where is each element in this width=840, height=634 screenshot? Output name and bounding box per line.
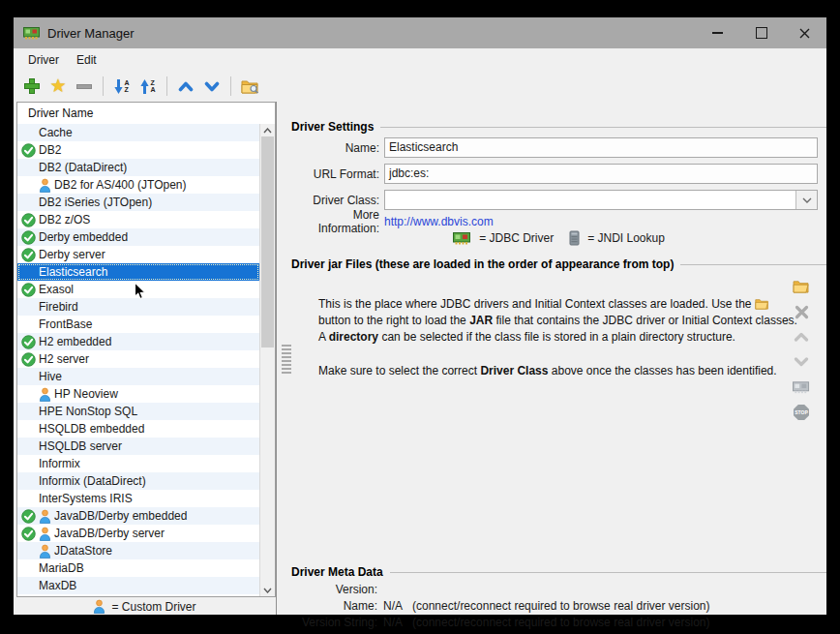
- driver-class-combobox[interactable]: [384, 190, 818, 210]
- driver-list-row[interactable]: FrontBase: [17, 316, 259, 333]
- driver-list-row[interactable]: HPE NonStop SQL: [17, 403, 259, 420]
- driver-list-row[interactable]: DB2 z/OS: [17, 211, 259, 228]
- sort-ascending-button[interactable]: AZ: [111, 75, 133, 97]
- driver-name-label: MariaDB: [39, 561, 84, 575]
- driver-list-row[interactable]: HSQLDB embedded: [17, 420, 259, 438]
- driver-list-row[interactable]: H2 embedded: [17, 333, 259, 350]
- driver-list-row[interactable]: Derby server: [17, 246, 259, 263]
- url-format-label: URL Format:: [291, 167, 379, 181]
- move-up-button[interactable]: [175, 75, 196, 97]
- split-divider-grip[interactable]: [282, 345, 291, 374]
- driver-ready-check-icon: [21, 283, 36, 297]
- driver-list-row[interactable]: Hive: [17, 368, 259, 385]
- split-divider[interactable]: [276, 102, 277, 615]
- jdbc-legend-text: = JDBC Driver: [479, 231, 554, 245]
- remove-jar-button[interactable]: [793, 303, 810, 320]
- title-bar[interactable]: Driver Manager: [14, 17, 826, 48]
- driver-list-row[interactable]: DB2 iSeries (JTOpen): [17, 194, 259, 211]
- driver-list-row[interactable]: Derby embedded: [17, 228, 259, 246]
- find-driver-files-button[interactable]: [239, 75, 260, 97]
- stop-button[interactable]: STOP: [793, 404, 810, 421]
- driver-list-row[interactable]: JDataStore: [17, 542, 259, 559]
- chevron-down-icon: [204, 81, 220, 92]
- chevron-up-icon: [794, 332, 809, 342]
- custom-driver-icon: [39, 387, 51, 402]
- meta-version-string-row: Version String: N/A (connect/reconnect r…: [291, 615, 710, 630]
- driver-list-row[interactable]: Informix (DataDirect): [17, 472, 259, 490]
- check-slot: [21, 509, 39, 524]
- driver-list-row[interactable]: Elasticsearch: [17, 263, 259, 281]
- custom-driver-icon: [39, 178, 51, 193]
- driver-name-label: JavaDB/Derby server: [54, 527, 165, 540]
- toolbar-separator: [103, 76, 104, 96]
- section-title: Driver Settings: [291, 120, 374, 134]
- remove-driver-button[interactable]: [74, 75, 95, 97]
- close-button[interactable]: [783, 17, 826, 48]
- driver-card-gray-icon: [793, 380, 810, 394]
- create-from-template-button[interactable]: ★: [47, 75, 69, 97]
- move-down-button[interactable]: [201, 75, 223, 97]
- driver-list-row[interactable]: DB2: [17, 141, 259, 159]
- driver-ready-check-icon: [21, 335, 36, 349]
- vertical-scrollbar[interactable]: [259, 124, 275, 596]
- driver-list-header[interactable]: Driver Name: [17, 103, 275, 125]
- scrollbar-thumb[interactable]: [261, 136, 274, 347]
- driver-list-row[interactable]: HP Neoview: [17, 385, 259, 403]
- jdbc-driver-icon: [453, 231, 471, 245]
- driver-list-row[interactable]: MaxDB: [17, 577, 259, 594]
- driver-name-label: Derby server: [39, 248, 105, 261]
- menu-driver[interactable]: Driver: [19, 50, 68, 70]
- move-jar-up-button[interactable]: [793, 328, 810, 346]
- driver-name-label: DB2 (DataDirect): [39, 161, 127, 174]
- folder-icon: [755, 298, 769, 310]
- scroll-down-button[interactable]: [260, 584, 275, 596]
- driver-list-row[interactable]: InterSystems IRIS: [17, 490, 259, 507]
- driver-list-row[interactable]: Cache: [17, 124, 259, 141]
- stop-icon: STOP: [794, 405, 809, 420]
- driver-name-label: HPE NonStop SQL: [39, 405, 137, 418]
- combo-dropdown-button[interactable]: [795, 191, 817, 209]
- custom-driver-legend: = Custom Driver: [14, 598, 276, 615]
- sort-descending-button[interactable]: ZA: [137, 75, 159, 97]
- driver-list-row[interactable]: JavaDB/Derby server: [17, 525, 259, 542]
- maximize-button[interactable]: [739, 17, 783, 48]
- driver-name-label: Elasticsearch: [39, 265, 107, 279]
- driver-list-rows: Cache DB2 DB2 (DataDirect) DB2 for AS/40…: [17, 124, 259, 596]
- move-jar-down-button[interactable]: [793, 353, 810, 371]
- driver-list-row[interactable]: JavaDB/Derby embedded: [17, 507, 259, 525]
- driver-name-label: Informix (DataDirect): [39, 474, 146, 488]
- driver-list-row[interactable]: HSQLDB server: [17, 438, 259, 455]
- driver-details-panel: Driver Settings Name: Elasticsearch URL …: [291, 120, 826, 632]
- add-driver-button[interactable]: [21, 75, 43, 97]
- jar-files-toolbar: STOP: [793, 278, 810, 421]
- driver-class-row: Driver Class:: [291, 190, 818, 210]
- driver-list-row[interactable]: MariaDB: [17, 559, 259, 577]
- star-icon: ★: [49, 78, 66, 94]
- maximize-icon: [756, 27, 767, 39]
- driver-list-row[interactable]: DB2 (DataDirect): [17, 159, 259, 176]
- driver-class-label: Driver Class:: [291, 194, 379, 207]
- close-icon: [799, 28, 810, 39]
- custom-driver-icon: [39, 544, 51, 559]
- check-slot: [21, 213, 39, 227]
- name-input[interactable]: Elasticsearch: [384, 137, 818, 158]
- section-title: Driver Meta Data: [291, 565, 383, 579]
- url-format-input[interactable]: jdbc:es:: [384, 164, 818, 184]
- driver-list-row[interactable]: DB2 for AS/400 (JTOpen): [17, 176, 259, 194]
- dbvis-link[interactable]: http://www.dbvis.com: [384, 215, 494, 228]
- menu-edit[interactable]: Edit: [68, 50, 105, 70]
- close-x-icon: [795, 305, 809, 319]
- url-format-row: URL Format: jdbc:es:: [291, 164, 818, 184]
- driver-list-row[interactable]: H2 server: [17, 350, 259, 368]
- open-jar-button[interactable]: [793, 278, 810, 295]
- toolbar-separator: [230, 76, 231, 96]
- driver-name-label: HSQLDB server: [39, 439, 122, 453]
- find-driver-class-button[interactable]: [793, 378, 810, 396]
- driver-jar-files-section: Driver jar Files (these are loaded in th…: [291, 257, 826, 271]
- scroll-up-button[interactable]: [260, 124, 275, 136]
- sort-za-icon: ZA: [140, 78, 155, 95]
- driver-card-icon: [23, 27, 40, 40]
- driver-ready-check-icon: [21, 527, 36, 541]
- minimize-button[interactable]: [696, 17, 739, 48]
- driver-list-row[interactable]: Informix: [17, 455, 259, 472]
